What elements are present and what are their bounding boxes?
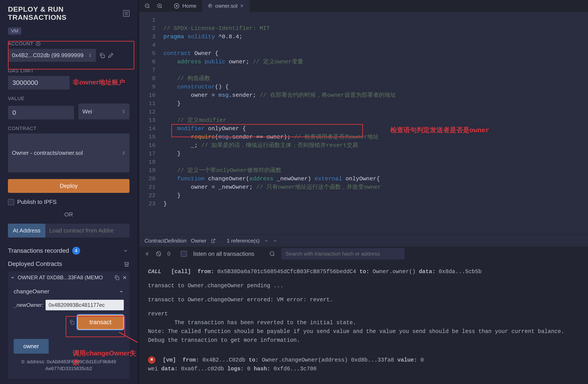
- listen-checkbox[interactable]: [181, 251, 187, 257]
- copy-icon[interactable]: [69, 320, 74, 325]
- trash-icon[interactable]: [124, 261, 129, 267]
- deploy-button[interactable]: Deploy: [8, 179, 129, 193]
- log-line: Debug the transaction to get more inform…: [148, 336, 579, 345]
- chevron-updown-icon: ⇕: [122, 109, 126, 114]
- fn-head-changeowner[interactable]: changeOwner: [14, 288, 124, 295]
- zoom-in-icon[interactable]: [157, 3, 163, 9]
- chevron-down-icon[interactable]: [10, 275, 15, 280]
- main-area: Home owner.sol ✕ 12345678910111213141516…: [139, 0, 588, 384]
- or-divider: OR: [8, 211, 129, 218]
- param-label: _newOwner:: [14, 302, 43, 308]
- value-input[interactable]: [8, 106, 74, 119]
- tx-recorded-row[interactable]: Transactions recorded 4: [8, 247, 129, 255]
- deployed-instance: OWNER AT 0XD8B...33FA8 (MEMO changeOwner…: [8, 271, 129, 379]
- transact-button[interactable]: transact: [77, 315, 124, 330]
- account-select[interactable]: 0x4B2...C02db (99.9999999 ⇕: [8, 49, 96, 62]
- decoded-output: 0: address: 0xAb8483F64d9C6d1EcF9b849 Ae…: [14, 359, 124, 372]
- svg-line-10: [148, 7, 149, 8]
- code-editor[interactable]: 1234567891011121314151617181920212223 //…: [139, 12, 588, 234]
- owner-call-button[interactable]: owner: [14, 339, 49, 354]
- pending-count: 0: [167, 251, 170, 257]
- terminal[interactable]: CALL [call] from: 0x5B38Da6a701c568545dC…: [139, 261, 588, 384]
- deployed-contracts-head: Deployed Contracts: [8, 260, 129, 268]
- svg-rect-4: [116, 277, 119, 280]
- home-icon: [173, 3, 180, 9]
- svg-line-20: [157, 252, 160, 255]
- panel-title-text: DEPLOY & RUN TRANSACTIONS: [8, 5, 120, 21]
- anno-check: 检查语句判定发送者是否是owner: [390, 126, 489, 134]
- block-icon[interactable]: [156, 251, 161, 256]
- svg-rect-7: [71, 322, 74, 324]
- error-icon: ✖: [148, 356, 155, 364]
- checkbox-icon[interactable]: [8, 199, 14, 205]
- edit-icon[interactable]: [108, 53, 114, 58]
- address-input[interactable]: [45, 224, 129, 237]
- svg-line-22: [273, 255, 274, 256]
- doc-icon[interactable]: [123, 10, 129, 17]
- zoom-out-icon[interactable]: [145, 3, 150, 9]
- svg-point-21: [270, 252, 274, 255]
- close-icon[interactable]: ✕: [240, 3, 244, 9]
- publish-row[interactable]: Publish to IPFS: [8, 199, 129, 205]
- unit-select[interactable]: Wei ⇕: [78, 104, 129, 119]
- log-line[interactable]: CALL [call] from: 0x5B38Da6a701c568545dC…: [148, 268, 579, 276]
- at-address-button[interactable]: At Address: [8, 224, 45, 237]
- value-label: VALUE: [8, 96, 129, 101]
- chevron-down-icon[interactable]: [123, 248, 128, 253]
- chevron-updown-icon: ⇕: [122, 151, 126, 156]
- contract-label: CONTRACT: [8, 126, 129, 131]
- gutter: 1234567891011121314151617181920212223: [139, 12, 159, 234]
- copy-icon[interactable]: [114, 275, 119, 280]
- instance-header[interactable]: OWNER AT 0XD8B...33FA8 (MEMO: [8, 271, 129, 284]
- log-line: The transaction has been reverted to the…: [148, 318, 579, 327]
- solidity-icon: [208, 4, 212, 8]
- close-icon[interactable]: [122, 275, 127, 280]
- terminal-toolbar: 0 listen on all transactions: [139, 247, 588, 261]
- tab-home[interactable]: Home: [168, 0, 202, 12]
- svg-line-18: [213, 239, 215, 241]
- panel-divider[interactable]: [137, 0, 139, 384]
- chevron-down-icon[interactable]: [273, 239, 277, 243]
- contract-select[interactable]: Owner - contracts/owner.sol ⇕: [8, 134, 129, 173]
- chevron-updown-icon: ⇕: [88, 53, 92, 58]
- tx-count-badge: 4: [72, 247, 80, 255]
- log-line: transact to Owner.changeOwner pending ..…: [148, 282, 579, 290]
- svg-line-13: [161, 7, 162, 8]
- log-line-error[interactable]: ✖ [vm] from: 0x4B2...C02db to: Owner.cha…: [148, 356, 579, 373]
- log-line: Note: The called function should be paya…: [148, 327, 579, 336]
- param-input-newowner[interactable]: [46, 300, 124, 310]
- chevron-up-icon[interactable]: [119, 289, 124, 294]
- prompt[interactable]: >: [148, 382, 579, 384]
- panel-title: DEPLOY & RUN TRANSACTIONS: [8, 5, 129, 21]
- copy-icon[interactable]: [99, 53, 105, 58]
- log-line: transact to Owner.changeOwner errored: V…: [148, 296, 579, 304]
- log-line: revert: [148, 310, 579, 318]
- breadcrumb-bar: ContractDefinition Owner 1 reference(s): [139, 234, 588, 247]
- search-icon[interactable]: [269, 251, 275, 257]
- anno-account: 非owner地址账户: [73, 78, 125, 87]
- gas-input[interactable]: [8, 76, 70, 90]
- plus-icon[interactable]: [36, 41, 41, 46]
- chevron-up-icon[interactable]: [264, 239, 269, 243]
- deploy-panel: DEPLOY & RUN TRANSACTIONS VM 非owner地址账户 …: [0, 0, 137, 384]
- account-label: ACCOUNT: [8, 41, 129, 47]
- code-content[interactable]: // SPDX-License-Identifier: MIT pragma s…: [159, 12, 396, 234]
- expand-icon[interactable]: [145, 251, 150, 256]
- tx-search-input[interactable]: [281, 248, 404, 260]
- svg-rect-3: [101, 55, 105, 58]
- tab-bar: Home owner.sol ✕: [139, 0, 588, 12]
- tab-owner-sol[interactable]: owner.sol ✕: [202, 0, 250, 12]
- svg-point-17: [176, 5, 177, 7]
- vm-badge: VM: [8, 27, 21, 35]
- gas-label: GAS LIMIT: [8, 68, 129, 74]
- share-icon[interactable]: [211, 238, 216, 243]
